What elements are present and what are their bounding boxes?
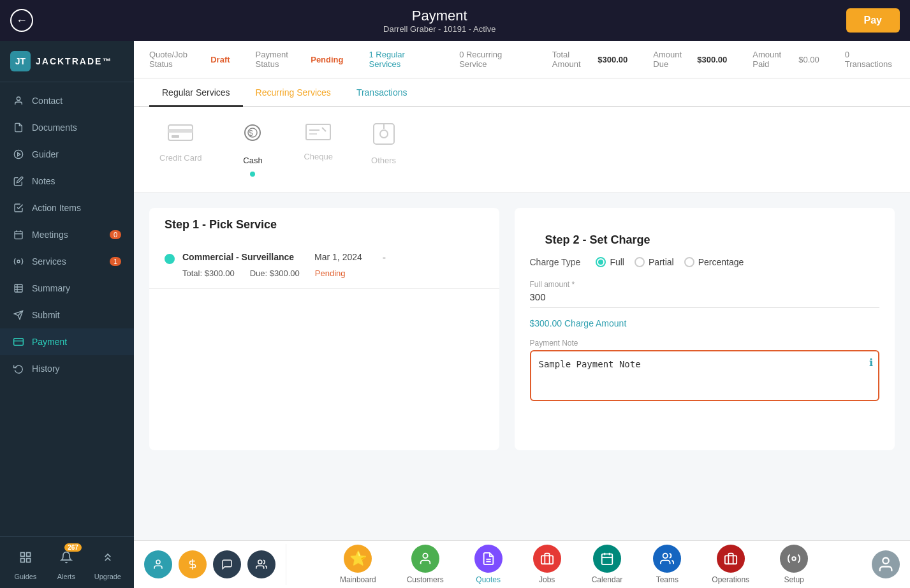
payment-method-others[interactable]: Others (371, 122, 396, 165)
full-label: Full (610, 257, 624, 267)
status-bar: Quote/Job Status Draft Payment Status Pe… (134, 41, 910, 78)
sidebar-label-documents: Documents (32, 122, 77, 133)
upgrade-label: Upgrade (94, 573, 121, 580)
pay-button[interactable]: Pay (846, 8, 900, 33)
full-radio[interactable] (596, 257, 606, 267)
charge-full-option[interactable]: Full (596, 257, 624, 267)
amount-paid: Amount Paid $0.00 (752, 50, 819, 69)
customers-nav-icon (411, 545, 439, 573)
nav-jobs[interactable]: Jobs (518, 541, 576, 588)
svg-rect-11 (14, 339, 24, 346)
content-area: Quote/Job Status Draft Payment Status Pe… (134, 41, 910, 588)
charge-partial-option[interactable]: Partial (635, 257, 674, 267)
payment-note-input[interactable]: Sample Payment Note (530, 350, 880, 401)
cash-icon: $ (240, 122, 265, 151)
sidebar-item-submit[interactable]: Submit (0, 302, 134, 328)
teams-label: Teams (656, 575, 679, 584)
submit-icon (13, 309, 24, 321)
nav-operations[interactable]: Operations (696, 541, 765, 588)
svg-rect-8 (15, 284, 22, 292)
contact-icon (13, 95, 24, 107)
payment-status-label: Payment Status (256, 50, 307, 69)
setup-nav-icon (780, 545, 808, 573)
sidebar-item-action-items[interactable]: Action Items (0, 195, 134, 221)
steps-area: Step 1 - Pick Service Commercial - Surve… (134, 193, 910, 466)
svg-point-40 (663, 554, 668, 558)
percentage-radio[interactable] (684, 257, 694, 267)
guides-button[interactable]: Guides (13, 545, 38, 580)
upgrade-button[interactable]: Upgrade (94, 545, 121, 580)
back-button[interactable]: ← (10, 9, 33, 32)
tab-regular-services[interactable]: Regular Services (149, 78, 243, 107)
svg-rect-19 (172, 135, 179, 138)
sidebar-item-notes[interactable]: Notes (0, 168, 134, 195)
payment-method-cash[interactable]: $ Cash (240, 122, 265, 177)
sidebar-item-contact[interactable]: Contact (0, 87, 134, 114)
transactions-count: 0 Transactions (845, 50, 895, 69)
payment-icon (13, 336, 24, 348)
user-avatar-area[interactable] (862, 550, 910, 578)
nav-calendar[interactable]: Calendar (576, 541, 638, 588)
page-title: Payment (383, 8, 495, 24)
chat-icon-btn[interactable] (213, 550, 241, 578)
sidebar-logo: JT JACKTRADE™ (0, 41, 134, 82)
services-link[interactable]: 1 Regular Services (369, 50, 434, 69)
cheque-label: Cheque (304, 152, 333, 161)
user-icon-btn[interactable] (144, 550, 172, 578)
sidebar-item-services[interactable]: Services 1 (0, 248, 134, 275)
upgrade-icon (95, 545, 121, 570)
nav-mainboard[interactable]: ⭐ Mainboard (325, 541, 392, 588)
alerts-badge: 267 (64, 543, 82, 552)
sidebar-item-payment[interactable]: Payment (0, 328, 134, 355)
operations-nav-icon (717, 545, 745, 573)
notes-icon (13, 175, 24, 187)
full-amount-label: Full amount * (530, 280, 880, 289)
dollar-icon-btn[interactable] (179, 550, 207, 578)
sidebar-label-summary: Summary (32, 283, 70, 293)
sidebar-label-meetings: Meetings (32, 230, 68, 240)
charge-amount-display: $300.00 Charge Amount (530, 318, 880, 328)
service-totals: Total: $300.00 Due: $300.00 Pending (182, 268, 484, 278)
charge-percentage-option[interactable]: Percentage (684, 257, 744, 267)
sidebar-item-guider[interactable]: Guider (0, 141, 134, 168)
svg-point-32 (423, 554, 427, 558)
credit-card-label: Credit Card (159, 153, 202, 163)
partial-label: Partial (649, 257, 674, 267)
svg-rect-36 (602, 554, 613, 565)
service-row[interactable]: Commercial - Surveillance Mar 1, 2024 - … (149, 242, 499, 289)
payment-method-cheque[interactable]: Cheque (304, 122, 333, 161)
nav-customers[interactable]: Customers (392, 541, 459, 588)
sidebar-item-meetings[interactable]: Meetings 0 (0, 221, 134, 248)
nav-quotes[interactable]: Quotes (459, 541, 518, 588)
sidebar-item-documents[interactable]: Documents (0, 114, 134, 141)
recurring-service-count: 0 Recurring Service (459, 50, 527, 69)
bottom-bar: ⭐ Mainboard Customers Quotes (134, 540, 910, 588)
partial-radio[interactable] (635, 257, 645, 267)
alerts-button[interactable]: 267 Alerts (54, 545, 79, 580)
amount-due: Amount Due $300.00 (653, 50, 727, 69)
svg-point-27 (380, 130, 388, 138)
amount-paid-value: $0.00 (798, 55, 819, 64)
nav-teams[interactable]: Teams (638, 541, 696, 588)
payment-note-wrapper: Sample Payment Note ℹ (530, 350, 880, 404)
avatar[interactable] (872, 550, 900, 578)
sidebar-label-action-items: Action Items (32, 203, 81, 213)
calendar-nav-icon (593, 545, 621, 573)
sidebar-item-summary[interactable]: Summary (0, 275, 134, 302)
step2-panel: Step 2 - Set Charge Charge Type Full Par… (515, 208, 895, 450)
tab-transactions[interactable]: Transactions (344, 78, 420, 107)
nav-setup[interactable]: Setup (765, 541, 823, 588)
charge-type-row: Charge Type Full Partial Percentage (530, 257, 880, 267)
total-amount-label: Total Amount (552, 50, 594, 69)
bottom-nav: ⭐ Mainboard Customers Quotes (286, 541, 862, 588)
service-radio[interactable] (165, 254, 175, 264)
sidebar-item-history[interactable]: History (0, 355, 134, 382)
svg-rect-16 (20, 559, 24, 562)
payment-method-credit-card[interactable]: Credit Card (159, 122, 202, 163)
tab-recurring-services[interactable]: Recurring Services (243, 78, 344, 107)
payment-status: Payment Status Pending (256, 50, 344, 69)
svg-marker-2 (18, 152, 20, 156)
sidebar-bottom-icons: Guides 267 Alerts Upgrade (0, 536, 134, 588)
group-icon-btn[interactable] (247, 550, 275, 578)
regular-services-count: 1 Regular Services (369, 50, 434, 69)
